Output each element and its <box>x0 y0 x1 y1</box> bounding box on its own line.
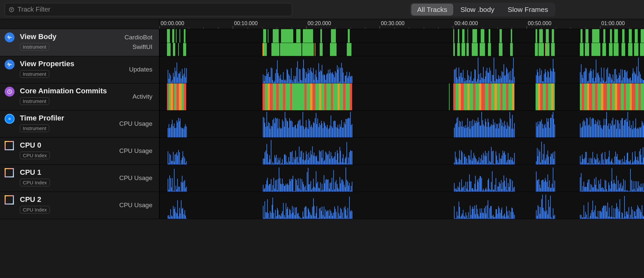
activity-segment[interactable] <box>331 83 333 110</box>
lane[interactable] <box>160 43 644 56</box>
activity-segment[interactable] <box>462 29 464 43</box>
activity-segment[interactable] <box>177 83 179 110</box>
activity-segment[interactable] <box>501 83 503 110</box>
activity-segment[interactable] <box>458 29 459 43</box>
activity-segment[interactable] <box>536 83 538 110</box>
activity-segment[interactable] <box>262 83 265 110</box>
activity-segment[interactable] <box>548 83 551 110</box>
activity-segment[interactable] <box>461 83 464 110</box>
activity-segment[interactable] <box>263 29 266 43</box>
activity-segment[interactable] <box>453 29 454 43</box>
activity-segment[interactable] <box>467 83 470 110</box>
activity-segment[interactable] <box>481 83 485 110</box>
activity-segment[interactable] <box>296 29 301 43</box>
activity-segment[interactable] <box>621 83 624 110</box>
track-lanes[interactable] <box>159 192 644 219</box>
activity-segment[interactable] <box>582 83 584 110</box>
timeline-ruler[interactable]: 00:00.00000:10.00000:20.00000:30.00000:4… <box>159 19 644 29</box>
activity-segment[interactable] <box>601 83 603 110</box>
activity-segment[interactable] <box>292 83 304 110</box>
activity-segment[interactable] <box>167 43 171 56</box>
lane[interactable] <box>160 29 644 43</box>
activity-segment[interactable] <box>481 29 484 43</box>
activity-segment[interactable] <box>310 83 312 110</box>
activity-segment[interactable] <box>320 43 323 56</box>
activity-segment[interactable] <box>183 43 186 56</box>
activity-segment[interactable] <box>538 83 540 110</box>
activity-segment[interactable] <box>184 29 185 43</box>
activity-segment[interactable] <box>280 43 301 56</box>
activity-segment[interactable] <box>265 83 268 110</box>
activity-segment[interactable] <box>456 83 459 110</box>
activity-segment[interactable] <box>589 83 592 110</box>
activity-segment[interactable] <box>581 29 583 43</box>
activity-segment[interactable] <box>180 29 180 43</box>
activity-segment[interactable] <box>489 83 491 110</box>
activity-segment[interactable] <box>585 43 589 56</box>
activity-segment[interactable] <box>172 29 175 43</box>
lane[interactable] <box>160 83 644 110</box>
segment-all-tracks[interactable]: All Tracks <box>411 4 453 16</box>
activity-segment[interactable] <box>592 29 599 43</box>
activity-segment[interactable] <box>597 83 601 110</box>
activity-segment[interactable] <box>632 83 635 110</box>
activity-segment[interactable] <box>635 83 638 110</box>
activity-segment[interactable] <box>551 43 555 56</box>
activity-segment[interactable] <box>546 29 549 43</box>
activity-segment[interactable] <box>585 29 588 43</box>
activity-segment[interactable] <box>508 83 512 110</box>
activity-segment[interactable] <box>276 83 279 110</box>
activity-segment[interactable] <box>503 83 506 110</box>
activity-segment[interactable] <box>331 29 336 43</box>
activity-segment[interactable] <box>609 43 613 56</box>
activity-segment[interactable] <box>485 83 489 110</box>
activity-segment[interactable] <box>584 83 587 110</box>
activity-segment[interactable] <box>506 83 508 110</box>
activity-segment[interactable] <box>268 83 270 110</box>
activity-segment[interactable] <box>321 83 324 110</box>
activity-segment[interactable] <box>592 83 595 110</box>
activity-segment[interactable] <box>641 83 644 110</box>
activity-segment[interactable] <box>320 29 322 43</box>
track-row-cpu1[interactable]: CPU 1CPU IndexCPU Usage <box>0 165 644 192</box>
activity-segment[interactable] <box>453 43 455 56</box>
activity-segment[interactable] <box>629 29 632 43</box>
activity-segment[interactable] <box>512 83 514 110</box>
segment-slow-body[interactable]: Slow .body <box>455 4 501 16</box>
activity-segment[interactable] <box>497 83 501 110</box>
activity-segment[interactable] <box>449 83 450 110</box>
activity-segment[interactable] <box>472 43 478 56</box>
activity-segment[interactable] <box>630 83 632 110</box>
activity-segment[interactable] <box>603 29 606 43</box>
lane[interactable] <box>160 111 644 137</box>
track-filter-input[interactable] <box>18 6 289 13</box>
activity-segment[interactable] <box>466 43 469 56</box>
activity-segment[interactable] <box>169 83 171 110</box>
activity-segment[interactable] <box>182 83 184 110</box>
activity-segment[interactable] <box>302 43 314 56</box>
activity-segment[interactable] <box>615 83 617 110</box>
track-lanes[interactable] <box>159 111 644 137</box>
activity-segment[interactable] <box>475 83 479 110</box>
segment-slow-frames[interactable]: Slow Frames <box>502 4 554 16</box>
activity-segment[interactable] <box>268 29 268 43</box>
activity-segment[interactable] <box>500 29 502 43</box>
activity-segment[interactable] <box>628 43 632 56</box>
track-row-view-body[interactable]: View BodyInstrumentCardioBotSwiftUI <box>0 29 644 56</box>
track-row-view-props[interactable]: View PropertiesInstrumentUpdates <box>0 56 644 83</box>
activity-segment[interactable] <box>340 83 343 110</box>
activity-segment[interactable] <box>552 29 554 43</box>
activity-segment[interactable] <box>551 83 553 110</box>
activity-segment[interactable] <box>264 43 267 56</box>
activity-segment[interactable] <box>536 29 537 43</box>
activity-segment[interactable] <box>348 29 350 43</box>
activity-segment[interactable] <box>610 29 612 43</box>
activity-segment[interactable] <box>499 43 503 56</box>
activity-segment[interactable] <box>330 43 337 56</box>
lane[interactable] <box>160 165 644 192</box>
activity-segment[interactable] <box>312 83 315 110</box>
track-filter-field[interactable] <box>5 3 292 16</box>
activity-segment[interactable] <box>467 29 468 43</box>
activity-segment[interactable] <box>535 43 538 56</box>
activity-segment[interactable] <box>459 83 461 110</box>
